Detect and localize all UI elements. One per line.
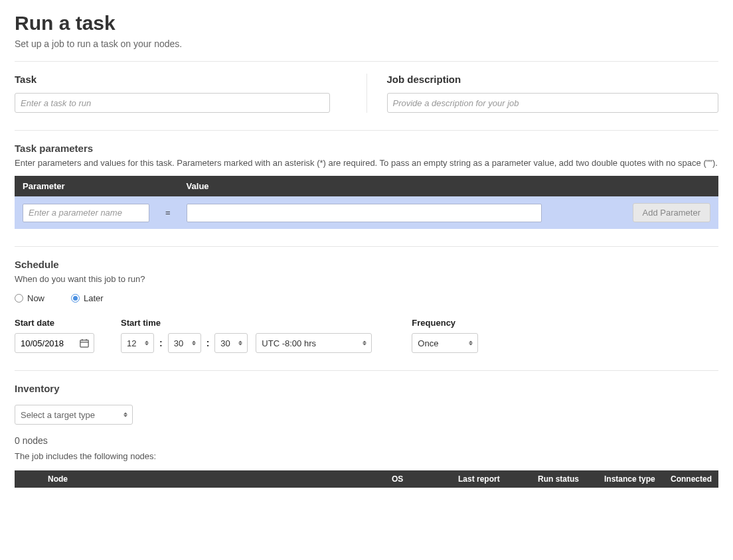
- add-parameter-button[interactable]: Add Parameter: [633, 203, 710, 222]
- second-value: 30: [220, 338, 230, 348]
- col-parameter-header: Parameter: [15, 176, 157, 196]
- task-parameters-help: Enter parameters and values for this tas…: [15, 158, 718, 168]
- job-description-label: Job description: [387, 74, 719, 85]
- svg-rect-0: [80, 340, 88, 348]
- hour-value: 12: [127, 338, 136, 348]
- frequency-group: Frequency Once: [412, 318, 478, 353]
- task-job-row: Task Job description: [15, 74, 718, 131]
- task-parameters-heading: Task parameters: [15, 143, 718, 154]
- schedule-question: When do you want this job to run?: [15, 274, 718, 284]
- col-last-report-header: Last report: [451, 470, 531, 488]
- minute-value: 30: [174, 338, 183, 348]
- col-node-header: Node: [41, 470, 385, 488]
- start-date-group: Start date: [15, 318, 94, 353]
- col-os-header: OS: [385, 470, 451, 488]
- radio-icon: [71, 294, 80, 303]
- schedule-section: Schedule When do you want this job to ru…: [15, 246, 718, 353]
- parameter-name-input[interactable]: [23, 204, 149, 222]
- hour-select[interactable]: 12: [121, 333, 154, 353]
- parameter-value-input[interactable]: [187, 204, 542, 222]
- page-title: Run a task: [15, 12, 718, 35]
- start-time-group: Start time 12 : 30 : 30 UTC -8:00 hrs: [121, 318, 372, 353]
- start-time-label: Start time: [121, 318, 372, 328]
- col-value-header: Value: [179, 176, 559, 196]
- task-label: Task: [15, 74, 347, 85]
- col-action-header: [559, 176, 718, 196]
- frequency-select[interactable]: Once: [412, 333, 478, 353]
- radio-now-label: Now: [27, 293, 44, 303]
- chevron-updown-icon: [191, 341, 197, 346]
- col-instance-type-header: Instance type: [598, 470, 664, 488]
- task-column: Task: [15, 74, 366, 113]
- target-type-select[interactable]: Select a target type: [15, 405, 133, 425]
- target-type-placeholder: Select a target type: [21, 410, 95, 420]
- chevron-updown-icon: [468, 341, 473, 346]
- time-colon: :: [158, 338, 164, 348]
- timezone-select[interactable]: UTC -8:00 hrs: [256, 333, 372, 353]
- task-parameters-table: Parameter Value = Add Parameter: [15, 176, 718, 229]
- task-input[interactable]: [15, 93, 330, 113]
- timezone-value: UTC -8:00 hrs: [262, 338, 316, 348]
- start-date-label: Start date: [15, 318, 94, 328]
- schedule-heading: Schedule: [15, 259, 718, 270]
- inventory-section: Inventory Select a target type 0 nodes T…: [15, 370, 718, 488]
- minute-select[interactable]: 30: [168, 333, 201, 353]
- job-description-input[interactable]: [387, 93, 719, 113]
- chevron-updown-icon: [123, 413, 128, 417]
- chevron-updown-icon: [238, 341, 243, 346]
- schedule-radio-now[interactable]: Now: [15, 293, 44, 303]
- equals-sign: =: [157, 196, 179, 229]
- frequency-label: Frequency: [412, 318, 478, 328]
- schedule-radio-later[interactable]: Later: [71, 293, 104, 303]
- schedule-radio-group: Now Later: [15, 293, 718, 303]
- job-description-column: Job description: [366, 74, 719, 113]
- col-checkbox-header: [15, 470, 41, 488]
- radio-icon: [15, 294, 23, 303]
- calendar-icon: [80, 338, 89, 348]
- time-colon: :: [205, 338, 211, 348]
- param-row: = Add Parameter: [15, 196, 718, 229]
- radio-later-label: Later: [84, 293, 104, 303]
- chevron-updown-icon: [362, 341, 367, 346]
- nodes-table: Node OS Last report Run status Instance …: [15, 470, 718, 488]
- page-subtitle: Set up a job to run a task on your nodes…: [15, 38, 718, 49]
- inventory-heading: Inventory: [15, 383, 718, 394]
- task-parameters-section: Task parameters Enter parameters and val…: [15, 143, 718, 229]
- nodes-help-text: The job includes the following nodes:: [15, 451, 718, 461]
- schedule-controls: Start date Start time 12 :: [15, 318, 718, 353]
- divider: [15, 61, 718, 62]
- col-connected-header: Connected: [664, 470, 718, 488]
- chevron-updown-icon: [144, 341, 149, 346]
- second-select[interactable]: 30: [214, 333, 248, 353]
- col-run-status-header: Run status: [531, 470, 598, 488]
- nodes-count: 0 nodes: [15, 435, 718, 446]
- frequency-value: Once: [418, 338, 438, 348]
- col-eq-header: [157, 176, 179, 196]
